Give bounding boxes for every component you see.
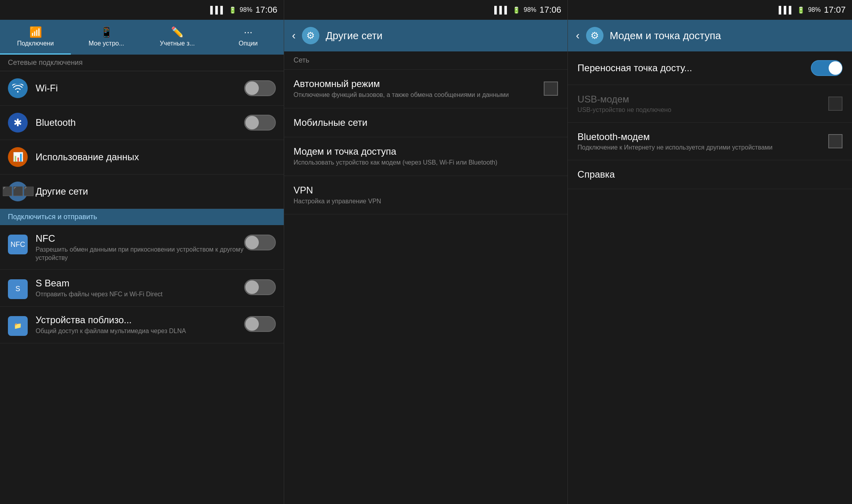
time-display-3: 17:07 — [824, 5, 846, 15]
tab-accounts-label: Учетные з... — [160, 40, 195, 47]
bt-modem-checkbox[interactable] — [828, 134, 843, 148]
tab-options-icon: ··· — [244, 26, 252, 38]
other-networks-icon: ⬛⬛⬛ — [8, 182, 28, 201]
data-usage-content: Использование данных — [36, 152, 276, 163]
dlna-toggle[interactable] — [244, 316, 276, 332]
settings-item-nfc[interactable]: NFC NFC Разрешить обмен данными при прик… — [0, 225, 284, 270]
panel3-item-help[interactable]: Справка — [568, 160, 852, 189]
settings-item-wifi[interactable]: Wi-Fi — [0, 71, 284, 106]
usb-sub: USB-устройство не подключено — [577, 106, 828, 114]
airplane-sub: Отключение функций вызовов, а также обме… — [294, 91, 509, 99]
tab-my-device[interactable]: 📱 Мое устро... — [71, 20, 142, 55]
airplane-content: Автономный режим Отключение функций вызо… — [294, 78, 509, 99]
status-bar-1: ▌▌▌ 🔋 98% 17:06 — [0, 0, 284, 20]
back-button-2[interactable]: ‹ — [292, 29, 296, 42]
panel3-title: Модем и точка доступа — [610, 30, 721, 42]
settings-item-bluetooth[interactable]: ✱ Bluetooth — [0, 106, 284, 140]
tab-accounts[interactable]: ✏️ Учетные з... — [142, 20, 213, 55]
bluetooth-icon: ✱ — [8, 113, 28, 133]
section-network-label: Сетевые подключения — [8, 59, 83, 66]
airplane-checkbox[interactable] — [544, 81, 558, 96]
panel2-title: Другие сети — [326, 30, 383, 42]
vpn-sub: Настройка и управление VPN — [294, 197, 558, 206]
battery-icon-2: 🔋 — [512, 6, 520, 14]
hotspot-content: Переносная точка досту... — [577, 63, 811, 74]
hotspot-title: Переносная точка досту... — [577, 63, 811, 74]
section-label-network: Сеть — [284, 51, 568, 70]
airplane-row: Автономный режим Отключение функций вызо… — [294, 78, 558, 99]
tab-bar: 📶 Подключени 📱 Мое устро... ✏️ Учетные з… — [0, 20, 284, 55]
modem-title: Модем и точка доступа — [294, 146, 558, 157]
nfc-icon: NFC — [8, 235, 28, 254]
signal-icon-2: ▌▌▌ — [494, 6, 509, 14]
nfc-title: NFC — [36, 233, 244, 244]
other-networks-title: Другие сети — [36, 186, 276, 197]
bt-modem-sub: Подключение к Интернету не используется … — [577, 144, 828, 151]
section-network-2-label: Сеть — [294, 56, 309, 64]
settings-list-1: Wi-Fi ✱ Bluetooth 📊 Использование данных — [0, 71, 284, 504]
tab-accounts-icon: ✏️ — [171, 26, 184, 38]
tab-my-device-icon: 📱 — [100, 26, 113, 38]
bluetooth-content: Bluetooth — [36, 117, 244, 128]
wifi-toggle[interactable] — [244, 80, 276, 96]
bt-modem-title: Bluetooth-модем — [577, 131, 828, 142]
battery-percent-2: 98% — [524, 6, 536, 13]
bluetooth-title: Bluetooth — [36, 117, 244, 128]
dlna-title: Устройства поблизо... — [36, 315, 244, 326]
usb-content: USB-модем USB-устройство не подключено — [577, 94, 828, 114]
panel-other-networks: ▌▌▌ 🔋 98% 17:06 ‹ ⚙ Другие сети Сеть Авт… — [284, 0, 568, 504]
dlna-subtitle: Общий доступ к файлам мультимедиа через … — [36, 327, 244, 335]
battery-percent-3: 98% — [808, 6, 821, 13]
airplane-title: Автономный режим — [294, 78, 509, 89]
wifi-title: Wi-Fi — [36, 83, 244, 94]
data-usage-icon: 📊 — [8, 147, 28, 167]
tab-my-device-label: Мое устро... — [89, 40, 124, 47]
bluetooth-toggle[interactable] — [244, 115, 276, 131]
panel3-header: ‹ ⚙ Модем и точка доступа — [568, 20, 852, 51]
wifi-icon — [8, 78, 28, 98]
settings-item-sbeam[interactable]: S S Beam Отправить файлы через NFC и Wi-… — [0, 270, 284, 307]
tab-connections-icon: 📶 — [29, 26, 42, 38]
usb-checkbox[interactable] — [828, 97, 843, 111]
battery-icon: 🔋 — [229, 6, 237, 14]
battery-percent-1: 98% — [240, 6, 252, 13]
help-content: Справка — [577, 169, 843, 180]
dlna-icon: 📁 — [8, 316, 28, 336]
settings-item-data[interactable]: 📊 Использование данных — [0, 140, 284, 174]
sbeam-subtitle: Отправить файлы через NFC и Wi-Fi Direct — [36, 290, 244, 299]
section-connect-label: Подключиться и отправить — [8, 213, 97, 221]
panel2-header: ‹ ⚙ Другие сети — [284, 20, 568, 51]
panel3-item-bt-modem[interactable]: Bluetooth-модем Подключение к Интернету … — [568, 123, 852, 160]
wifi-content: Wi-Fi — [36, 83, 244, 94]
nfc-content: NFC Разрешить обмен данными при прикосно… — [36, 233, 244, 262]
menu-item-modem[interactable]: Модем и точка доступа Использовать устро… — [284, 137, 568, 176]
dlna-content: Устройства поблизо... Общий доступ к фай… — [36, 315, 244, 335]
gear-icon-3: ⚙ — [586, 27, 603, 44]
tab-options-label: Опции — [239, 40, 258, 47]
settings-item-other-networks[interactable]: ⬛⬛⬛ Другие сети — [0, 174, 284, 209]
menu-item-vpn[interactable]: VPN Настройка и управление VPN — [284, 176, 568, 215]
sbeam-content: S Beam Отправить файлы через NFC и Wi-Fi… — [36, 278, 244, 299]
panel3-item-hotspot[interactable]: Переносная точка досту... — [568, 51, 852, 85]
hotspot-toggle[interactable] — [811, 60, 843, 76]
other-networks-content: Другие сети — [36, 186, 276, 197]
back-button-3[interactable]: ‹ — [576, 29, 579, 42]
panel3-list: Переносная точка досту... USB-модем USB-… — [568, 51, 852, 504]
help-title: Справка — [577, 169, 843, 180]
settings-item-dlna[interactable]: 📁 Устройства поблизо... Общий доступ к ф… — [0, 307, 284, 343]
nfc-toggle[interactable] — [244, 235, 276, 250]
tab-connections[interactable]: 📶 Подключени — [0, 20, 71, 55]
sbeam-toggle[interactable] — [244, 279, 276, 295]
bt-modem-content: Bluetooth-модем Подключение к Интернету … — [577, 131, 828, 151]
time-display-1: 17:06 — [256, 5, 277, 15]
panel-network-connections: ▌▌▌ 🔋 98% 17:06 📶 Подключени 📱 Мое устро… — [0, 0, 284, 504]
tab-options[interactable]: ··· Опции — [213, 20, 284, 55]
panel3-item-usb[interactable]: USB-модем USB-устройство не подключено — [568, 85, 852, 123]
signal-icon: ▌▌▌ — [210, 6, 225, 14]
section-header-network: Сетевые подключения — [0, 55, 284, 71]
sbeam-title: S Beam — [36, 278, 244, 289]
menu-item-mobile[interactable]: Мобильные сети — [284, 108, 568, 137]
menu-item-airplane[interactable]: Автономный режим Отключение функций вызо… — [284, 70, 568, 108]
vpn-title: VPN — [294, 185, 558, 196]
modem-sub: Использовать устройство как модем (через… — [294, 159, 558, 167]
